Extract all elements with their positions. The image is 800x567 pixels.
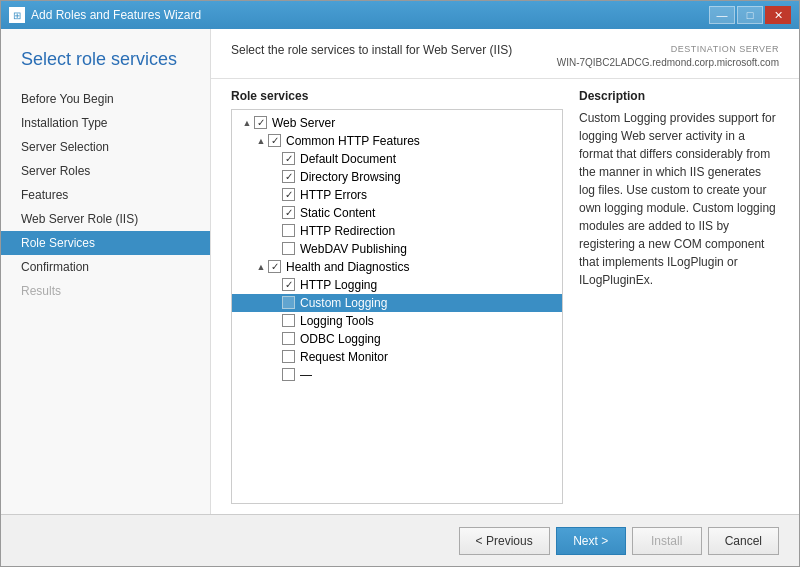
- checkbox-http-redirect[interactable]: [282, 224, 295, 237]
- horizontal-scrollbar[interactable]: ◀ ▶: [232, 503, 562, 504]
- previous-button[interactable]: < Previous: [459, 527, 550, 555]
- tree-item-static-content[interactable]: Static Content: [232, 204, 562, 222]
- item-label-static-content: Static Content: [300, 206, 375, 220]
- title-bar-controls[interactable]: — □ ✕: [709, 6, 791, 24]
- item-label-http-errors: HTTP Errors: [300, 188, 367, 202]
- sidebar-item-features[interactable]: Features: [1, 183, 210, 207]
- item-label-custom-logging: Custom Logging: [300, 296, 387, 310]
- tree-item-custom-logging[interactable]: Custom Logging: [232, 294, 562, 312]
- destination-server-info: DESTINATION SERVER WIN-7QIBC2LADCG.redmo…: [557, 43, 779, 70]
- expand-icon-logging-tools: [268, 314, 282, 328]
- item-label-dir-browsing: Directory Browsing: [300, 170, 401, 184]
- checkbox-default-doc[interactable]: [282, 152, 295, 165]
- item-label-logging-tools: Logging Tools: [300, 314, 374, 328]
- maximize-button[interactable]: □: [737, 6, 763, 24]
- minimize-button[interactable]: —: [709, 6, 735, 24]
- checkbox-more[interactable]: [282, 368, 295, 381]
- checkbox-health-diag[interactable]: [268, 260, 281, 273]
- checkbox-odbc-logging[interactable]: [282, 332, 295, 345]
- main-body: Role services ▲ Web Server: [211, 79, 799, 514]
- expand-icon-more: [268, 368, 282, 382]
- item-label-webdav: WebDAV Publishing: [300, 242, 407, 256]
- role-services-tree[interactable]: ▲ Web Server ▲ Common HTTP Features: [231, 109, 563, 504]
- checkbox-dir-browsing[interactable]: [282, 170, 295, 183]
- sidebar-nav: Before You Begin Installation Type Serve…: [1, 87, 210, 303]
- tree-item-http-redirect[interactable]: HTTP Redirection: [232, 222, 562, 240]
- title-bar-left: ⊞ Add Roles and Features Wizard: [9, 7, 201, 23]
- tree-item-webserver[interactable]: ▲ Web Server: [232, 114, 562, 132]
- sidebar-item-before-you-begin[interactable]: Before You Begin: [1, 87, 210, 111]
- tree-item-request-monitor[interactable]: Request Monitor: [232, 348, 562, 366]
- checkbox-custom-logging[interactable]: [282, 296, 295, 309]
- sidebar-item-web-server-role[interactable]: Web Server Role (IIS): [1, 207, 210, 231]
- tree-item-odbc-logging[interactable]: ODBC Logging: [232, 330, 562, 348]
- sidebar-item-confirmation[interactable]: Confirmation: [1, 255, 210, 279]
- tree-item-common-http[interactable]: ▲ Common HTTP Features: [232, 132, 562, 150]
- item-label-health-diag: Health and Diagnostics: [286, 260, 409, 274]
- main-header: Select the role services to install for …: [211, 29, 799, 79]
- sidebar-item-results: Results: [1, 279, 210, 303]
- item-label-default-doc: Default Document: [300, 152, 396, 166]
- window-title: Add Roles and Features Wizard: [31, 8, 201, 22]
- main-window: ⊞ Add Roles and Features Wizard — □ ✕ Se…: [0, 0, 800, 567]
- item-label-webserver: Web Server: [272, 116, 335, 130]
- item-label-http-redirect: HTTP Redirection: [300, 224, 395, 238]
- role-services-label: Role services: [231, 89, 563, 103]
- description-title: Description: [579, 89, 779, 103]
- main-description-line: Select the role services to install for …: [231, 43, 512, 57]
- tree-item-logging-tools[interactable]: Logging Tools: [232, 312, 562, 330]
- checkbox-static-content[interactable]: [282, 206, 295, 219]
- expand-icon-webdav: [268, 242, 282, 256]
- description-text: Custom Logging provides support for logg…: [579, 109, 779, 289]
- tree-item-dir-browsing[interactable]: Directory Browsing: [232, 168, 562, 186]
- next-button[interactable]: Next >: [556, 527, 626, 555]
- checkbox-webdav[interactable]: [282, 242, 295, 255]
- checkbox-webserver[interactable]: [254, 116, 267, 129]
- checkbox-http-logging[interactable]: [282, 278, 295, 291]
- expand-icon-default-doc: [268, 152, 282, 166]
- expand-icon-http-logging: [268, 278, 282, 292]
- tree-scroll-area[interactable]: ▲ Web Server ▲ Common HTTP Features: [232, 110, 562, 503]
- tree-section: Role services ▲ Web Server: [231, 89, 563, 504]
- checkbox-request-monitor[interactable]: [282, 350, 295, 363]
- item-label-more: —: [300, 368, 312, 382]
- install-button[interactable]: Install: [632, 527, 702, 555]
- expand-icon-custom-logging: [268, 296, 282, 310]
- checkbox-common-http[interactable]: [268, 134, 281, 147]
- expand-icon-request-monitor: [268, 350, 282, 364]
- cancel-button[interactable]: Cancel: [708, 527, 779, 555]
- tree-item-http-errors[interactable]: HTTP Errors: [232, 186, 562, 204]
- sidebar-item-server-selection[interactable]: Server Selection: [1, 135, 210, 159]
- main-content: Select the role services to install for …: [211, 29, 799, 514]
- sidebar: Select role services Before You Begin In…: [1, 29, 211, 514]
- expand-icon-health-diag[interactable]: ▲: [254, 260, 268, 274]
- tree-item-health-diag[interactable]: ▲ Health and Diagnostics: [232, 258, 562, 276]
- sidebar-item-installation-type[interactable]: Installation Type: [1, 111, 210, 135]
- title-bar: ⊞ Add Roles and Features Wizard — □ ✕: [1, 1, 799, 29]
- dest-server-name: WIN-7QIBC2LADCG.redmond.corp.microsoft.c…: [557, 56, 779, 70]
- item-label-http-logging: HTTP Logging: [300, 278, 377, 292]
- sidebar-item-server-roles[interactable]: Server Roles: [1, 159, 210, 183]
- expand-icon-static-content: [268, 206, 282, 220]
- sidebar-title: Select role services: [1, 49, 210, 87]
- expand-icon-http-redirect: [268, 224, 282, 238]
- checkbox-http-errors[interactable]: [282, 188, 295, 201]
- footer: < Previous Next > Install Cancel: [1, 514, 799, 566]
- expand-icon-common-http[interactable]: ▲: [254, 134, 268, 148]
- tree-item-more[interactable]: —: [232, 366, 562, 384]
- expand-icon-odbc-logging: [268, 332, 282, 346]
- checkbox-logging-tools[interactable]: [282, 314, 295, 327]
- tree-item-http-logging[interactable]: HTTP Logging: [232, 276, 562, 294]
- sidebar-item-role-services[interactable]: Role Services: [1, 231, 210, 255]
- item-label-request-monitor: Request Monitor: [300, 350, 388, 364]
- tree-item-webdav[interactable]: WebDAV Publishing: [232, 240, 562, 258]
- window-icon: ⊞: [9, 7, 25, 23]
- item-label-common-http: Common HTTP Features: [286, 134, 420, 148]
- tree-item-default-doc[interactable]: Default Document: [232, 150, 562, 168]
- close-button[interactable]: ✕: [765, 6, 791, 24]
- description-section: Description Custom Logging provides supp…: [579, 89, 779, 504]
- expand-icon-dir-browsing: [268, 170, 282, 184]
- item-label-odbc-logging: ODBC Logging: [300, 332, 381, 346]
- dest-server-label: DESTINATION SERVER: [557, 43, 779, 56]
- expand-icon-webserver[interactable]: ▲: [240, 116, 254, 130]
